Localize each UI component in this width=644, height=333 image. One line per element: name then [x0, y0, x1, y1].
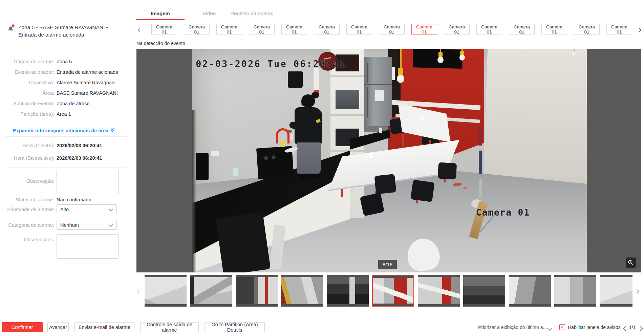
thumbnail[interactable]	[554, 275, 596, 307]
expand-area-info-link[interactable]: Expandir informações adicionais de área	[13, 128, 115, 133]
alarm-status-label: Status do alarme:	[0, 197, 54, 202]
camera-button[interactable]: Camera 01	[574, 24, 600, 35]
field-row: Evento acionador:Entrada de alarme acion…	[0, 69, 125, 75]
alarm-priority-select[interactable]: Alto	[57, 204, 117, 214]
remarks-textarea[interactable]	[57, 234, 119, 259]
alarm-icon	[7, 24, 15, 39]
camera-button[interactable]: Camera 01	[509, 24, 535, 35]
thumbnail[interactable]	[600, 275, 632, 307]
display-priority-dropdown[interactable]: Priorizar a exibição do último a...	[478, 325, 547, 330]
camera-button-active[interactable]: Camera 01	[411, 24, 437, 35]
time-value: 2026/02/03 06:20:41	[57, 142, 102, 149]
confirm-button[interactable]: Confirmar	[2, 322, 43, 332]
observation-textarea[interactable]	[57, 170, 119, 194]
thumbnail[interactable]	[327, 275, 369, 307]
camera-button[interactable]: Camera 01	[151, 24, 177, 35]
camera-frame: 02-03-2026 Tue 06:20:41 Camera 01	[192, 49, 587, 272]
thumbnails-scroll-left-icon[interactable]	[137, 288, 142, 293]
camera-button[interactable]: Camera 01	[346, 24, 372, 35]
osd-timestamp: 02-03-2026 Tue 06:20:41	[196, 59, 346, 69]
camera-button[interactable]: Camera 01	[184, 24, 210, 35]
alarm-fields: Origem do alarme:Zona 5 Evento acionador…	[0, 58, 125, 121]
tab-video[interactable]: Vídeo	[193, 10, 225, 16]
field-row: Subtipo de evento:Zona de atraso	[0, 100, 125, 107]
field-label: Área:	[0, 90, 54, 96]
magnifier-plus-icon	[628, 260, 634, 266]
thumbnail-selected[interactable]	[372, 275, 414, 307]
go-to-partition-details-button[interactable]: Go to Partition (Area) Details	[205, 322, 265, 332]
active-tab-underline	[136, 19, 185, 20]
camera-image-viewer: 02-03-2026 Tue 06:20:41 Camera 01 8/16	[136, 49, 641, 272]
alarm-priority-label: Prioridade de alarme:	[0, 207, 54, 212]
time-row: Hora (Cliente):2026/02/03 06:20:41	[0, 142, 125, 149]
camera-button[interactable]: Camera 01	[314, 24, 340, 35]
tab-registro-operacao[interactable]: Registro da operaç...	[229, 10, 279, 16]
alarm-priority-value: Alto	[60, 207, 69, 212]
display-priority-label: Priorizar a exibição do último a...	[478, 325, 547, 330]
camera-button[interactable]: Camera 01	[606, 24, 632, 35]
camera-button[interactable]: Camera 01	[249, 24, 275, 35]
alarm-category-label: Categoria de alarme:	[0, 222, 54, 228]
time-row: Hora (Dispositivo):2026/02/03 06:20:41	[0, 155, 125, 161]
osd-camera-name: Camera 01	[476, 207, 530, 218]
event-detection-caption: Na detecção do evento	[136, 41, 185, 46]
enable-notice-window-checkbox[interactable]: ✓	[559, 324, 565, 330]
field-row: Partição (área):Area 1	[0, 111, 125, 117]
alarm-header: Zona 5 - BASE Sumaré RAVAGNANI - Entrada…	[7, 24, 122, 39]
chevron-down-icon[interactable]	[549, 326, 552, 332]
camera-row-scroll-left-icon[interactable]	[138, 27, 143, 32]
alarm-detail-window: Zona 5 - BASE Sumaré RAVAGNANI - Entrada…	[0, 0, 644, 333]
alarm-category-select[interactable]: Nenhum	[57, 220, 117, 230]
alarm-status-value: Não confirmado	[57, 197, 91, 202]
sidebar-divider	[127, 0, 127, 333]
camera-button[interactable]: Camera 01	[281, 24, 307, 35]
alarm-times: Hora (Cliente):2026/02/03 06:20:41 Hora …	[0, 142, 125, 167]
thumbnail[interactable]	[145, 275, 187, 307]
tab-imagem[interactable]: Imagem	[136, 10, 185, 16]
camera-button[interactable]: Camera 01	[541, 24, 567, 35]
divider	[6, 168, 127, 168]
camera-button[interactable]: Camera 01	[476, 24, 502, 35]
advance-button[interactable]: Avançar	[47, 322, 69, 332]
chevron-down-icon	[109, 206, 113, 211]
zoom-in-button[interactable]	[626, 258, 636, 268]
remarks-label: Observações:	[0, 237, 54, 242]
camera-button[interactable]: Camera 01	[444, 24, 470, 35]
pagination-indicator: 1/1	[629, 325, 636, 330]
alarm-output-control-button[interactable]: Controle de saída de alarme	[140, 322, 199, 332]
divider	[6, 136, 127, 137]
alarm-title: Zona 5 - BASE Sumaré RAVAGNANI - Entrada…	[18, 24, 122, 39]
field-value: BASE Sumaré RAVAGNANI	[57, 90, 118, 96]
page-next-icon[interactable]	[639, 326, 642, 332]
thumbnail[interactable]	[190, 275, 232, 307]
thumbnails-scroll-right-icon[interactable]	[635, 288, 640, 293]
field-value: Zona de atraso	[57, 100, 90, 107]
camera-button[interactable]: Camera 01	[379, 24, 405, 35]
thumbnail[interactable]	[418, 275, 460, 307]
chevron-down-icon	[109, 222, 113, 227]
thumbnail-strip	[145, 275, 632, 307]
field-label: Partição (área):	[0, 111, 54, 117]
observation-label: Observação:	[0, 178, 54, 184]
camera-row-separator	[147, 24, 147, 35]
thumbnail[interactable]	[463, 275, 505, 307]
camera-row-scroll-right-icon[interactable]	[637, 27, 642, 32]
enable-notice-window-label: Habilitar janela de avisos	[568, 325, 621, 330]
field-label: Evento acionador:	[0, 69, 54, 75]
frame-counter-badge: 8/16	[378, 260, 397, 269]
expand-area-info-label: Expandir informações adicionais de área	[13, 128, 108, 133]
time-label: Hora (Cliente):	[0, 142, 54, 149]
checkmark-icon: ✓	[560, 325, 564, 330]
page-previous-icon[interactable]	[624, 326, 627, 332]
send-alarm-email-button[interactable]: Enviar e-mail de alarme	[74, 322, 134, 332]
time-label: Hora (Dispositivo):	[0, 155, 54, 161]
time-value: 2026/02/03 06:20:41	[57, 155, 102, 161]
thumbnail[interactable]	[281, 275, 323, 307]
camera-button[interactable]: Camera 01	[216, 24, 242, 35]
field-label: Subtipo de evento:	[0, 100, 54, 107]
field-value: Entrada de alarme acionada	[57, 69, 118, 75]
thumbnail[interactable]	[509, 275, 551, 307]
field-value: Area 1	[57, 111, 71, 117]
thumbnail[interactable]	[236, 275, 278, 307]
field-label: Dispositivo:	[0, 79, 54, 86]
